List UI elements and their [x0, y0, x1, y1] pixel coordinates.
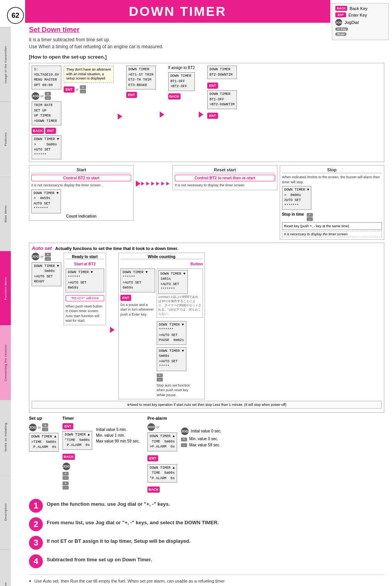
title-bar: DOWN TIMER [25, 0, 330, 23]
ready-to-start-label: Ready to start [66, 255, 104, 259]
screen-down-auto: DOWN TIMER ▼ 5m00s>AUTO SETREADY [32, 262, 61, 286]
sidebar-item-connecting[interactable]: Connecting the receiver [0, 325, 11, 400]
step-1: 1 Open the function menu. use Jog dial o… [29, 499, 384, 513]
while-counting-label: While counting [120, 255, 203, 259]
step-text-3: If not ET or BT assign it to lap timer, … [47, 536, 191, 544]
arrow-2 [160, 111, 164, 118]
if-assign-label: If assign to BT2 [168, 66, 195, 70]
sidebar-item-index[interactable]: Index [0, 549, 11, 586]
auto-set-desc: Actually functions to set the time that … [55, 246, 178, 251]
sidebar-item-features[interactable]: Features [0, 101, 11, 176]
sidebar-item-notes[interactable]: Notes on installing [0, 400, 11, 474]
sidebar-item-usage[interactable]: Usage of the transmitter [0, 27, 11, 101]
timer-label: Timer [63, 416, 92, 421]
reset-start-box: Reset start Control BT2 to reset then re… [172, 165, 277, 190]
screen-down-timer-init: DOWN TIMER ▼> 5m00sAUTO SET****** [32, 135, 61, 159]
intro-line-2: Use When a timing of fuel refueling of a… [29, 44, 384, 49]
sidebar-item-mainmenu[interactable]: Main Menu [0, 176, 11, 251]
step-2: 2 From menu list, use Jog dial or "+, -"… [29, 517, 384, 531]
screen-prealarm2: DOWN TIMER ▲ TIME 5m00s*P.ALARM 0s [147, 464, 177, 483]
prealarm-label: Pre-alarm [147, 416, 177, 421]
screen-setup2: DOWN TIMER ▲*TIME 5m00s P.ALARM 0s [63, 431, 92, 450]
arrow-start-reset [136, 165, 170, 187]
controls-ent-or: ENT or + - [64, 85, 114, 93]
timer-initial: Initial value 5 min. [96, 427, 140, 432]
btn1-note: 1m00s(1:1)以上の時間であれば BT2を操作することにより、タイマーの時… [158, 295, 201, 316]
page-number: 62 [7, 7, 24, 24]
step-text-1: Open the function menu. use Jog dial or … [47, 499, 170, 507]
key-legend: BACK Back Key ENT Enter Key JOG JogDial … [332, 3, 389, 40]
screen-bt1-bt2: DOWN TIMERBT1-OFF>BT2-DOWNTIM [207, 90, 237, 109]
step-text-4: Subtracted from time set up on Down Time… [47, 554, 152, 562]
necessity-text: It is necessary to display the timer scr… [282, 231, 382, 237]
back-key-icon: BACK [32, 128, 44, 134]
ent-key-icon: ENT [45, 128, 56, 134]
screen-trim-rate: TRIM RATESET UPUP TIMER>DOWN TIMER [32, 101, 61, 125]
screen-pause: DOWN TIMER ▼*******>AUTO SETPAUSE 0m02s [157, 321, 186, 345]
screen-bt2-off: DOWN TIMERBT1-OFF>BT2-OFF [168, 72, 195, 91]
section-title: Set Down timer [29, 26, 384, 34]
sidebar-item-description[interactable]: Description [0, 475, 11, 549]
reset-note: It is not necessary to display the timer… [175, 183, 275, 188]
ready-note2: When push reset button in Down timer scr… [66, 304, 104, 323]
setup-section: Set up JOG or + - DOWN TIMER ▲>TIME 5m00… [29, 416, 384, 493]
legend-item-reset: Reset [335, 32, 385, 36]
auto-set-section: Auto set Actually functions to set the t… [29, 243, 384, 413]
legend-item-plusminus: +/- Key [335, 27, 385, 31]
reset-start-title: Reset start [175, 167, 275, 173]
ready-blink-note: "READY" will blink [66, 295, 104, 301]
stop-box: Stop When Indicated 0m00s to the screen,… [280, 165, 384, 240]
auto-set-title: Auto set [32, 245, 52, 251]
start-at-bt2-label: Start at BT2 [66, 262, 104, 266]
prealarm-max: Max value 59 sec. [189, 443, 221, 447]
start-note: it is not necessary to display the timer… [31, 183, 131, 188]
arrow-1 [118, 113, 122, 120]
reset-key-note: Reset key (push +, - key at the same tim… [282, 222, 382, 230]
screen-stop: DOWN TIMER ▼> 0m00sAUTO SET******* [282, 186, 312, 210]
button-label: Button [120, 262, 203, 266]
stop-note: When Indicated 0m00s to the screen, the … [282, 175, 382, 184]
control-bt2-start: Control BT2 to start [31, 175, 131, 181]
screen-prealarm1: DOWN TIMER ▲ TIME 5m00s>P.ALARM 0s [147, 432, 177, 451]
intro-line-1: It is a timer subtracted from time set u… [29, 37, 384, 42]
jog-or-2: JOG or + - [32, 253, 61, 261]
screen-counting: DOWN TIMER ▼> 4m59sAUTO SET******* [31, 189, 61, 213]
back-control: BACK [168, 93, 195, 100]
note-they-dont: They don't have an allotment with an ini… [64, 66, 114, 83]
sidebar-item-functionmenu[interactable]: Function Menu [0, 251, 11, 325]
notes-section: Use Auto set, then Run the car till empt… [29, 574, 384, 586]
side-navigation: Usage of the transmitter Features Main M… [0, 27, 11, 586]
back-ent-controls: BACK ENT [32, 128, 61, 134]
jog-or-controls: JOG or + - [32, 92, 61, 100]
step-text-2: From menu list, use Jog dial or "+, -" k… [47, 517, 219, 525]
timer-max: Max value 99 min 59 sec. [96, 439, 140, 443]
legend-item-enter: ENT Enter Key [335, 12, 385, 17]
timer-min: Min. value 1 min. [96, 433, 140, 437]
step-num-1: 1 [29, 499, 43, 513]
control-bt2-reset: Control BT2 to reset then re-start [175, 175, 275, 181]
jog-dial-icon: JOG [32, 92, 39, 100]
start-box: Start Control BT2 to start it is not nec… [29, 165, 133, 221]
steps-section: 1 Open the function menu. use Jog dial o… [29, 499, 384, 568]
stop-in-time-box: Stop in time + - Reset key (push +, - ke… [282, 212, 382, 237]
screen-btn1: DOWN TIMER ▼1m01s>AUTO SET******* [158, 270, 188, 294]
legend-item-jog: JOG JogDial [335, 19, 385, 26]
step-num-4: 4 [29, 554, 43, 568]
btn1-note-box: DOWN TIMER ▼1m01s>AUTO SET******* 1m00s(… [157, 269, 203, 318]
note-1: Use Auto set, then Run the car till empt… [29, 579, 384, 583]
ent-control: ENT [126, 92, 156, 98]
top-flow-diagram: 1:VOLTAGE10.8VMENU MASTEROPT 00:00 JOG o… [29, 63, 384, 162]
arrow-auto [110, 327, 115, 333]
stop-auto-text: Stop auto set function when push reset k… [157, 383, 191, 398]
page-title: DOWN TIMER [129, 4, 226, 19]
legend-item-back: BACK Back Key [335, 6, 385, 11]
screen-btn2: DOWN TIMER ▼5m00s>AUTO SET***** [157, 347, 186, 371]
screen-auto-set-ready: DOWN TIMER ▼******>AUTO SET0m59s [66, 269, 104, 292]
count-indication-label: Count indication [31, 214, 131, 218]
screen-bt2-downtim: DOWN TIMERBT2-DOWNTIM [207, 66, 237, 79]
start-title: Start [31, 167, 131, 173]
do-pause-text: Do a pouse and a start in turn whenever … [120, 302, 155, 317]
prealarm-min: Min. value 0 sec. [189, 437, 218, 441]
step-3: 3 If not ET or BT assign it to lap timer… [29, 536, 384, 550]
start-reset-stop-row: Start Control BT2 to start it is not nec… [29, 165, 384, 240]
